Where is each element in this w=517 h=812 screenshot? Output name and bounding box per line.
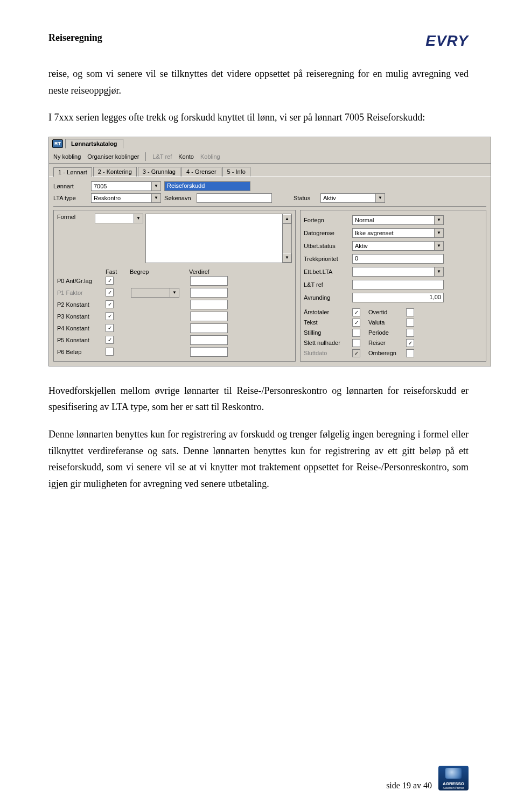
- param-row: P0 Ant/Gr.lag: [57, 275, 292, 287]
- input-status[interactable]: Aktiv▼: [320, 193, 385, 203]
- param-row: P2 Konstant: [57, 299, 292, 310]
- right-field-combo[interactable]: Aktiv▼: [352, 241, 444, 251]
- right-field-label: Datogrense: [304, 230, 352, 236]
- checkbox[interactable]: [406, 329, 414, 337]
- checkbox[interactable]: [352, 329, 360, 337]
- param-label: P2 Konstant: [57, 301, 106, 308]
- check-label: Periode: [368, 329, 406, 336]
- checkbox-fast[interactable]: [106, 277, 114, 285]
- param-verdiref-input[interactable]: [190, 276, 228, 286]
- input-lta-type[interactable]: Reskontro▼: [91, 193, 161, 203]
- checkbox: [352, 349, 360, 357]
- checkbox[interactable]: [406, 349, 414, 357]
- page-number: side 19 av 40: [386, 781, 432, 790]
- right-field-combo[interactable]: Ikke avgrenset▼: [352, 228, 444, 238]
- paragraph-2: I 7xxx serien legges ofte trekk og forsk…: [48, 109, 469, 126]
- param-verdiref-input[interactable]: [190, 300, 228, 309]
- check-label: Stilling: [304, 329, 352, 336]
- checkbox[interactable]: [352, 319, 360, 327]
- check-label: Årstotaler: [304, 309, 352, 315]
- param-verdiref-input[interactable]: [190, 335, 228, 345]
- checkbox-fast[interactable]: [106, 348, 114, 356]
- toolbar-lt-ref[interactable]: L&T ref: [152, 153, 172, 160]
- param-verdiref-input[interactable]: [190, 288, 228, 298]
- checkbox[interactable]: [352, 339, 360, 347]
- evry-logo: EVRY: [425, 32, 469, 50]
- tab-info[interactable]: 5 - Info: [222, 167, 250, 176]
- label-lta-type: LTA type: [53, 195, 91, 201]
- right-field-label: Avrunding: [304, 294, 352, 301]
- label-status: Status: [294, 195, 320, 201]
- param-begrep-combo[interactable]: ▼: [131, 288, 179, 298]
- right-field-combo[interactable]: Normal▼: [352, 215, 444, 225]
- toolbar-ny-kobling[interactable]: Ny kobling: [53, 153, 81, 160]
- right-field-label: Ett.bet.LTA: [304, 269, 352, 275]
- right-field-combo[interactable]: ▼: [352, 267, 444, 277]
- label-lonnart: Lønnart: [53, 183, 91, 189]
- check-label: Sluttdato: [304, 350, 352, 356]
- page-header-title: Reiseregning: [48, 32, 102, 44]
- chevron-down-icon[interactable]: ▼: [170, 288, 179, 297]
- checkbox[interactable]: [406, 339, 414, 347]
- tab-lonnart[interactable]: 1 - Lønnart: [53, 167, 92, 177]
- toolbar: Ny kobling Organiser koblinger L&T ref K…: [49, 150, 491, 164]
- checkbox[interactable]: [406, 319, 414, 327]
- param-row: P1 Faktor▼: [57, 287, 292, 299]
- checkbox-fast[interactable]: [106, 300, 114, 308]
- chevron-down-icon[interactable]: ▼: [434, 242, 443, 250]
- param-row: P4 Konstant: [57, 322, 292, 334]
- agresso-logo: AGRESSO Autorisert Partner: [438, 766, 469, 790]
- right-field-row: DatogrenseIkke avgrenset▼: [304, 227, 483, 239]
- param-verdiref-input[interactable]: [190, 312, 228, 321]
- toolbar-kobling[interactable]: Kobling: [200, 153, 220, 160]
- right-field-input[interactable]: 1,00: [352, 293, 444, 302]
- chevron-down-icon[interactable]: ▼: [151, 194, 160, 202]
- checkbox[interactable]: [406, 308, 414, 316]
- window-title-tab[interactable]: Lønnartskatalog: [65, 139, 123, 149]
- param-label: P6 Beløp: [57, 349, 106, 355]
- right-field-input[interactable]: 0: [352, 254, 444, 264]
- check-label: Overtid: [368, 309, 406, 315]
- right-field-row: FortegnNormal▼: [304, 214, 483, 227]
- chevron-down-icon[interactable]: ▼: [434, 229, 443, 237]
- tab-grenser[interactable]: 4 - Grenser: [181, 167, 221, 176]
- rt-badge-icon: RT: [52, 139, 63, 148]
- paragraph-1: reise, og som vi senere vil se tilknytte…: [48, 66, 469, 98]
- input-sokenavn[interactable]: [197, 193, 272, 203]
- right-field-label: L&T ref: [304, 281, 352, 288]
- checkbox-fast[interactable]: [106, 288, 114, 296]
- param-row: P3 Konstant: [57, 310, 292, 322]
- param-label: P3 Konstant: [57, 313, 106, 320]
- chevron-down-icon[interactable]: ▼: [375, 194, 385, 202]
- input-formel-combo[interactable]: ▼: [95, 214, 143, 223]
- param-verdiref-input[interactable]: [190, 347, 228, 357]
- input-formel-text[interactable]: ▲ ▼: [145, 214, 292, 263]
- param-label: P5 Konstant: [57, 337, 106, 343]
- chevron-down-icon[interactable]: ▼: [134, 214, 143, 223]
- checkbox-fast[interactable]: [106, 324, 114, 332]
- checkbox[interactable]: [352, 308, 360, 316]
- param-label: P0 Ant/Gr.lag: [57, 278, 106, 284]
- right-field-row: Avrunding1,00: [304, 291, 483, 304]
- checkbox-fast[interactable]: [106, 312, 114, 320]
- right-field-label: Fortegn: [304, 217, 352, 223]
- tab-grunnlag[interactable]: 3 - Grunnlag: [138, 167, 180, 176]
- toolbar-konto[interactable]: Konto: [178, 153, 194, 160]
- scroll-down-icon[interactable]: ▼: [283, 253, 291, 263]
- input-lonnart-code[interactable]: 7005▼: [91, 181, 161, 191]
- param-row: P5 Konstant: [57, 334, 292, 346]
- toolbar-organiser-koblinger[interactable]: Organiser koblinger: [87, 153, 139, 160]
- label-sokenavn: Søkenavn: [164, 195, 197, 201]
- chevron-down-icon[interactable]: ▼: [151, 182, 160, 190]
- right-field-input[interactable]: [352, 280, 444, 290]
- tab-kontering[interactable]: 2 - Kontering: [93, 167, 137, 176]
- input-lonnart-name[interactable]: Reiseforskudd: [164, 181, 250, 191]
- scrollbar-vertical[interactable]: ▲ ▼: [282, 214, 291, 263]
- right-field-row: Trekkprioritet0: [304, 252, 483, 265]
- chevron-down-icon[interactable]: ▼: [434, 267, 443, 276]
- scroll-up-icon[interactable]: ▲: [283, 214, 291, 224]
- param-verdiref-input[interactable]: [190, 323, 228, 333]
- checkbox-fast[interactable]: [106, 336, 114, 344]
- chevron-down-icon[interactable]: ▼: [434, 216, 443, 224]
- paragraph-4: Denne lønnarten benyttes kun for registr…: [48, 426, 469, 492]
